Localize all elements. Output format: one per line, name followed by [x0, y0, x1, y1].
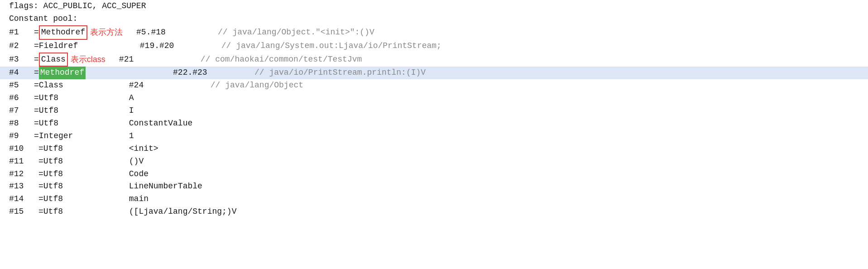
entry-7-number: #7 [9, 105, 34, 117]
entry-9-keyword: Integer [39, 130, 91, 143]
entry-6-number: #6 [9, 92, 34, 105]
pool-entry-6: #6 = Utf8 A [0, 92, 868, 105]
entry-10-keyword: Utf8 [43, 143, 96, 155]
entry-5-equals: = [34, 79, 39, 92]
pool-entry-10: #10 = Utf8 <init> [0, 143, 868, 155]
entry-12-ref: Code [129, 168, 211, 181]
entry-6-keyword: Utf8 [39, 92, 91, 105]
constant-pool-text: Constant pool: [9, 13, 77, 25]
entry-14-keyword: Utf8 [43, 193, 96, 206]
pool-entry-15: #15 = Utf8 ([Ljava/lang/String;)V [0, 206, 868, 218]
entry-7-equals: = [34, 105, 39, 117]
code-container: flags: ACC_PUBLIC, ACC_SUPER Constant po… [0, 0, 868, 269]
entry-12-keyword: Utf8 [43, 168, 96, 181]
entry-13-keyword: Utf8 [43, 180, 96, 193]
entry-15-equals: = [38, 206, 43, 218]
entry-10-number: #10 [9, 143, 38, 155]
entry-1-comment: // java/lang/Object."<init>":()V [218, 26, 374, 39]
entry-9-ref: 1 [129, 130, 211, 143]
pool-entry-7: #7 = Utf8 I [0, 105, 868, 117]
entry-6-equals: = [34, 92, 39, 105]
flags-line: flags: ACC_PUBLIC, ACC_SUPER [0, 0, 868, 13]
entry-1-ref: #5.#18 [136, 26, 218, 39]
entry-2-equals: = [34, 40, 39, 53]
entry-2-number: #2 [9, 40, 34, 53]
pool-entry-14: #14 = Utf8 main [0, 193, 868, 206]
entry-9-equals: = [34, 130, 39, 143]
entry-15-number: #15 [9, 206, 38, 218]
entry-11-number: #11 [9, 155, 38, 168]
pool-entry-1: #1 = Methodref 表示方法 #5.#18 // java/lang/… [0, 25, 868, 40]
entry-12-equals: = [38, 168, 43, 181]
pool-entry-13: #13 = Utf8 LineNumberTable [0, 180, 868, 193]
constant-pool-header: Constant pool: [0, 13, 868, 25]
entry-13-ref: LineNumberTable [129, 180, 211, 193]
entry-6-ref: A [129, 92, 211, 105]
pool-entry-8: #8 = Utf8 ConstantValue [0, 117, 868, 130]
entry-2-keyword: Fieldref [39, 40, 91, 53]
flags-text: flags: ACC_PUBLIC, ACC_SUPER [9, 0, 146, 13]
entry-9-number: #9 [9, 130, 34, 143]
entry-8-equals: = [34, 117, 39, 130]
entry-11-equals: = [38, 155, 43, 168]
entry-2-ref: #19.#20 [140, 40, 221, 53]
entry-7-ref: I [129, 105, 211, 117]
entry-13-equals: = [38, 180, 43, 193]
entry-11-ref: ()V [129, 155, 211, 168]
entry-10-ref: <init> [129, 143, 211, 155]
entry-14-number: #14 [9, 193, 38, 206]
entry-3-number: #3 [9, 53, 34, 66]
pool-entry-12: #12 = Utf8 Code [0, 168, 868, 181]
entry-14-equals: = [38, 193, 43, 206]
entry-8-keyword: Utf8 [39, 117, 91, 130]
entry-3-equals: = [34, 53, 39, 66]
entry-14-ref: main [129, 193, 211, 206]
entry-5-number: #5 [9, 79, 34, 92]
pool-entry-4: #4 = Methodref #22.#23 // java/io/PrintS… [0, 67, 868, 79]
entry-4-keyword-green: Methodref [39, 67, 86, 79]
entry-1-number: #1 [9, 26, 34, 39]
entry-12-number: #12 [9, 168, 38, 181]
entry-15-ref: ([Ljava/lang/String;)V [129, 206, 237, 218]
entry-4-ref: #22.#23 [173, 67, 254, 79]
entry-2-comment: // java/lang/System.out:Ljava/io/PrintSt… [221, 40, 441, 53]
entry-3-ref: #21 [119, 53, 201, 66]
entry-7-keyword: Utf8 [39, 105, 91, 117]
entry-5-ref: #24 [129, 79, 211, 92]
entry-8-number: #8 [9, 117, 34, 130]
pool-entry-5: #5 = Class #24 // java/lang/Object [0, 79, 868, 92]
entry-13-number: #13 [9, 180, 38, 193]
entry-3-keyword-box: Class [39, 53, 68, 67]
entry-5-keyword: Class [39, 79, 91, 92]
entry-4-equals: = [34, 67, 39, 79]
entry-1-keyword-box: Methodref [39, 25, 87, 40]
entry-10-equals: = [38, 143, 43, 155]
entry-11-keyword: Utf8 [43, 155, 96, 168]
pool-entry-9: #9 = Integer 1 [0, 130, 868, 143]
entry-4-comment: // java/io/PrintStream.println:(I)V [254, 67, 426, 79]
entry-1-equals: = [34, 26, 39, 39]
entry-1-annotation: 表示方法 [90, 26, 123, 39]
pool-entry-3: #3 = Class 表示class #21 // com/haokai/com… [0, 53, 868, 67]
entry-3-annotation: 表示class [71, 53, 106, 66]
entry-8-ref: ConstantValue [129, 117, 211, 130]
entry-15-keyword: Utf8 [43, 206, 96, 218]
pool-entry-2: #2 = Fieldref 表示方法 #19.#20 // java/lang/… [0, 40, 868, 53]
entry-5-comment: // java/lang/Object [211, 79, 303, 92]
pool-entry-11: #11 = Utf8 ()V [0, 155, 868, 168]
entry-4-number: #4 [9, 67, 34, 79]
entry-3-comment: // com/haokai/common/test/TestJvm [201, 53, 362, 66]
